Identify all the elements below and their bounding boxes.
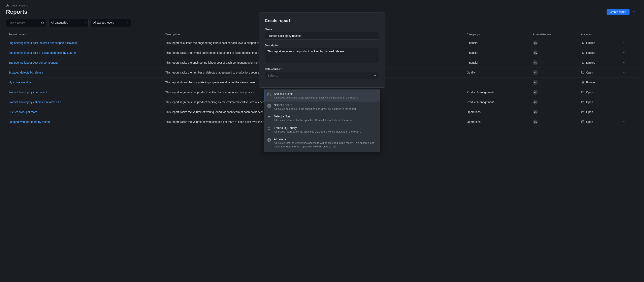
row-more-actions[interactable]	[623, 62, 627, 65]
limited-access-icon	[581, 51, 585, 55]
option-description: All issues returned by the specified fil…	[274, 118, 377, 122]
report-name-link[interactable]: Engineering labour cost incurred per sup…	[8, 41, 78, 45]
svg-rect-34	[582, 111, 584, 113]
avatar[interactable]: ML	[533, 50, 538, 55]
report-name-link[interactable]: Product backlog by component	[8, 91, 47, 94]
svg-point-33	[626, 102, 626, 102]
more-horizontal-icon	[623, 71, 627, 74]
data-source-option[interactable]: All issues All issues that the viewer ha…	[264, 136, 380, 150]
data-source-option[interactable]: Select a filter All issues returned by t…	[264, 113, 380, 124]
board-icon	[267, 104, 271, 108]
access-cell: Open	[581, 110, 618, 114]
avatar[interactable]: ML	[533, 60, 538, 65]
option-title: Select a board	[274, 104, 377, 107]
avatar[interactable]: ML	[533, 119, 538, 124]
access-cell: Limited	[581, 61, 618, 65]
report-category-cell: Quality	[464, 68, 530, 78]
svg-line-6	[43, 24, 44, 24]
col-header-category[interactable]: Category▾	[464, 31, 530, 38]
option-title: All issues	[274, 138, 377, 141]
report-name-link[interactable]: Product backlog by estimated relative si…	[8, 101, 61, 104]
access-cell: Limited	[581, 41, 618, 45]
svg-point-7	[624, 42, 624, 43]
data-source-option[interactable]: Enter a JQL query All issues returned by…	[264, 124, 380, 136]
svg-point-32	[624, 102, 625, 102]
more-horizontal-icon	[623, 41, 627, 45]
svg-point-8	[624, 42, 625, 43]
report-category-cell	[464, 78, 530, 87]
svg-point-15	[626, 62, 626, 63]
report-name-link[interactable]: Escaped defects by release	[8, 71, 43, 74]
report-category-cell: Product Management	[464, 97, 530, 107]
svg-line-51	[270, 129, 270, 130]
row-more-actions[interactable]	[623, 101, 627, 104]
row-more-actions[interactable]	[623, 72, 627, 75]
option-description: All issues belonging to the specified pr…	[274, 96, 377, 100]
svg-point-20	[626, 72, 626, 73]
category-filter[interactable]: All categories	[48, 19, 88, 27]
open-access-icon	[581, 110, 585, 114]
avatar[interactable]: ML	[533, 90, 538, 95]
report-name-link[interactable]: My active workload	[8, 81, 32, 84]
svg-point-9	[626, 42, 626, 43]
svg-point-23	[626, 82, 626, 82]
search-input[interactable]	[6, 19, 46, 27]
avatar[interactable]: ML	[533, 41, 538, 45]
description-field-label: Description	[265, 44, 379, 47]
folder-icon	[267, 93, 271, 97]
avatar[interactable]: ML	[533, 110, 538, 114]
more-actions-button[interactable]	[632, 9, 638, 15]
col-header-access[interactable]: Access▾	[578, 31, 621, 38]
report-category-cell: Product Management	[464, 87, 530, 97]
avatar[interactable]: ML	[533, 70, 538, 75]
more-horizontal-icon	[623, 90, 627, 94]
col-header-administrators[interactable]: Administrators	[530, 31, 578, 38]
data-source-option[interactable]: Select a project All issues belonging to…	[264, 90, 380, 102]
row-more-actions[interactable]	[623, 52, 627, 55]
data-source-select[interactable]: Select...	[265, 72, 379, 79]
report-description-input[interactable]	[265, 48, 379, 63]
report-name-link[interactable]: Shipped work per team by month	[8, 120, 50, 123]
option-description: All issues that the viewer has access to…	[274, 141, 377, 148]
private-access-icon	[581, 80, 585, 85]
access-filter[interactable]: All access levels	[90, 19, 131, 27]
breadcrumb: Limbr Reports	[6, 4, 638, 7]
chevron-down-icon	[374, 74, 376, 77]
svg-rect-24	[582, 91, 584, 93]
svg-point-28	[626, 92, 626, 92]
svg-point-19	[624, 72, 625, 73]
report-category-cell: Operations	[464, 117, 530, 127]
svg-point-22	[624, 82, 625, 82]
access-cell: Open	[581, 100, 618, 104]
access-cell: Private	[581, 80, 618, 85]
svg-point-12	[626, 52, 626, 53]
row-more-actions[interactable]	[623, 42, 627, 45]
col-header-name[interactable]: Report name▴	[6, 31, 163, 38]
svg-rect-39	[582, 120, 584, 123]
option-description: All issues returned by the specified JQL…	[274, 130, 377, 134]
limited-access-icon	[581, 61, 585, 65]
row-more-actions[interactable]	[623, 81, 627, 85]
access-cell: Open	[581, 120, 618, 124]
report-name-link[interactable]: Queued work per team	[8, 110, 37, 114]
svg-point-42	[624, 121, 625, 122]
report-category-cell: Financial	[464, 48, 530, 58]
row-more-actions[interactable]	[623, 121, 627, 124]
row-more-actions[interactable]	[623, 111, 627, 114]
avatar[interactable]: ML	[533, 100, 538, 105]
row-more-actions[interactable]	[623, 91, 627, 95]
report-name-link[interactable]: Engineering labour cost of escaped defec…	[8, 51, 76, 54]
svg-rect-29	[582, 101, 584, 103]
report-name-input[interactable]	[265, 32, 379, 40]
breadcrumb-app[interactable]: Limbr	[10, 4, 17, 7]
svg-point-5	[42, 22, 44, 24]
avatar[interactable]: ML	[533, 80, 538, 85]
report-category-cell: Operations	[464, 107, 530, 117]
create-report-button[interactable]: Create report	[606, 9, 630, 15]
data-source-option[interactable]: Select a board All issues belonging to t…	[264, 102, 380, 113]
breadcrumb-section[interactable]: Reports	[19, 4, 28, 7]
report-name-link[interactable]: Engineering labour cost per component	[8, 61, 58, 64]
page-title: Reports	[6, 9, 27, 15]
svg-point-36	[624, 111, 624, 112]
search-icon	[41, 21, 44, 25]
